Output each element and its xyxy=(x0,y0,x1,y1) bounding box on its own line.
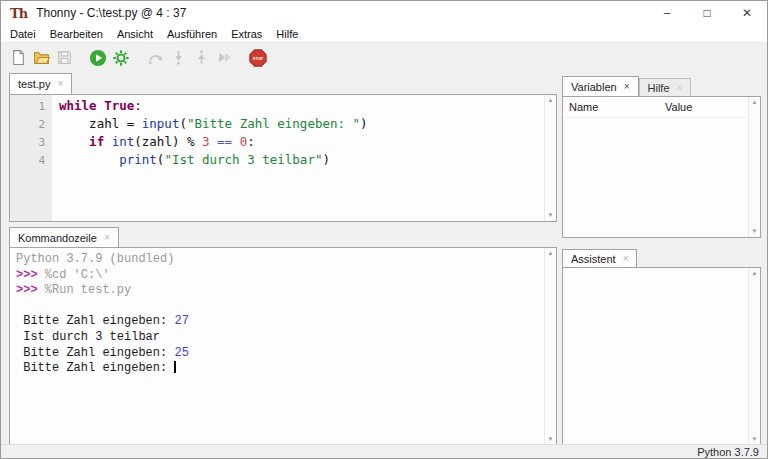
tab-test-py[interactable]: test.py × xyxy=(9,73,72,94)
assistant-tab-label: Assistent xyxy=(571,253,616,265)
assistant-tab-row: Assistent × xyxy=(562,249,637,267)
variables-table-header: Name Value xyxy=(563,97,748,118)
scroll-down-icon[interactable]: ▼ xyxy=(548,436,554,443)
title-bar: Th Thonny - C:\test.py @ 4 : 37 – □ ✕ xyxy=(1,1,767,25)
menu-item-bearbeiten[interactable]: Bearbeiten xyxy=(43,27,110,41)
menu-bar: DateiBearbeitenAnsichtAusführenExtrasHil… xyxy=(1,25,767,42)
tab-kommandozeile[interactable]: Kommandozeile × xyxy=(9,227,119,248)
maximize-icon[interactable]: □ xyxy=(687,1,727,25)
debug-icon[interactable] xyxy=(110,47,132,69)
code-line: if int(zahl) % 3 == 0: xyxy=(59,133,544,151)
scroll-up-icon[interactable]: ▲ xyxy=(548,250,554,257)
line-number: 3 xyxy=(10,134,45,152)
save-file-icon xyxy=(53,47,75,69)
shell-line: Bitte Zahl eingeben: 27 xyxy=(16,314,544,330)
window-controls: – □ ✕ xyxy=(647,1,767,25)
variables-table-body[interactable] xyxy=(563,118,748,237)
variables-scrollbar[interactable]: ▲ ▼ xyxy=(748,97,760,237)
shell-line: >>> %Run test.py xyxy=(16,283,544,299)
variables-tab-row: Variablen × Hilfe × xyxy=(562,76,691,96)
line-number: 2 xyxy=(10,116,45,134)
resume-icon xyxy=(213,47,235,69)
column-value-header[interactable]: Value xyxy=(665,101,748,113)
assistant-panel: ▲ ▼ xyxy=(562,267,761,446)
code-line: while True: xyxy=(59,97,544,115)
editor-scrollbar[interactable]: ▲ ▼ xyxy=(544,95,556,221)
step-into-icon xyxy=(167,47,189,69)
menu-item-ausfhren[interactable]: Ausführen xyxy=(160,27,224,41)
menu-item-ansicht[interactable]: Ansicht xyxy=(110,27,160,41)
shell-line: Python 3.7.9 (bundled) xyxy=(16,252,544,268)
menu-item-hilfe[interactable]: Hilfe xyxy=(269,27,305,41)
tab-close-icon[interactable]: × xyxy=(623,254,629,264)
shell-line: Bitte Zahl eingeben: 25 xyxy=(16,346,544,362)
thonny-window: Th Thonny - C:\test.py @ 4 : 37 – □ ✕ Da… xyxy=(0,0,768,459)
editor-tab-row: test.py × xyxy=(9,73,72,94)
toolbar: STOP xyxy=(1,42,767,72)
line-number: 1 xyxy=(10,98,45,116)
variables-tab-label: Variablen xyxy=(571,81,617,93)
shell-tab-label: Kommandozeile xyxy=(18,232,97,244)
tab-close-icon[interactable]: × xyxy=(104,233,110,243)
variables-panel: Name Value ▲ ▼ xyxy=(562,96,761,238)
scroll-down-icon[interactable]: ▼ xyxy=(752,436,758,443)
shell-line: Ist durch 3 teilbar xyxy=(16,330,544,346)
help-tab-label: Hilfe xyxy=(648,82,670,94)
tab-variablen[interactable]: Variablen × xyxy=(562,76,639,97)
tab-close-icon[interactable]: × xyxy=(57,79,63,89)
stop-icon[interactable]: STOP xyxy=(247,47,269,69)
run-icon[interactable] xyxy=(87,47,109,69)
scroll-up-icon[interactable]: ▲ xyxy=(752,270,758,277)
assistant-body[interactable] xyxy=(563,268,748,445)
code-editor[interactable]: while True: zahl = input("Bitte Zahl ein… xyxy=(52,95,544,221)
scroll-down-icon[interactable]: ▼ xyxy=(548,212,554,219)
line-number: 4 xyxy=(10,152,45,170)
shell-line: >>> %cd 'C:\' xyxy=(16,268,544,284)
close-icon[interactable]: ✕ xyxy=(727,1,767,25)
tab-assistent[interactable]: Assistent × xyxy=(562,249,637,267)
scroll-up-icon[interactable]: ▲ xyxy=(752,99,758,106)
minimize-icon[interactable]: – xyxy=(647,1,687,25)
interpreter-status[interactable]: Python 3.7.9 xyxy=(697,446,759,458)
editor-panel: 1234 while True: zahl = input("Bitte Zah… xyxy=(9,94,557,222)
code-line: print("Ist durch 3 teilbar") xyxy=(59,151,544,169)
svg-text:STOP: STOP xyxy=(253,56,264,60)
shell-panel: Python 3.7.9 (bundled)>>> %cd 'C:\'>>> %… xyxy=(9,247,557,446)
step-out-icon xyxy=(190,47,212,69)
thonny-logo-icon: Th xyxy=(10,6,27,21)
scroll-down-icon[interactable]: ▼ xyxy=(752,228,758,235)
status-bar: Python 3.7.9 xyxy=(1,444,767,458)
shell-line: Bitte Zahl eingeben: xyxy=(16,361,544,377)
scroll-up-icon[interactable]: ▲ xyxy=(548,97,554,104)
tab-close-icon[interactable]: × xyxy=(677,83,683,93)
shell-output[interactable]: Python 3.7.9 (bundled)>>> %cd 'C:\'>>> %… xyxy=(10,248,544,445)
shell-line xyxy=(16,299,544,315)
new-file-icon[interactable] xyxy=(7,47,29,69)
shell-scrollbar[interactable]: ▲ ▼ xyxy=(544,248,556,445)
menu-item-extras[interactable]: Extras xyxy=(224,27,269,41)
editor-tab-label: test.py xyxy=(18,78,50,90)
text-cursor xyxy=(174,361,176,373)
open-file-icon[interactable] xyxy=(30,47,52,69)
menu-item-datei[interactable]: Datei xyxy=(3,27,43,41)
tab-hilfe[interactable]: Hilfe × xyxy=(639,78,692,97)
column-name-header[interactable]: Name xyxy=(569,101,665,113)
line-number-gutter: 1234 xyxy=(10,95,52,221)
assistant-scrollbar[interactable]: ▲ ▼ xyxy=(748,268,760,445)
tab-close-icon[interactable]: × xyxy=(624,82,630,92)
window-title: Thonny - C:\test.py @ 4 : 37 xyxy=(36,6,186,20)
shell-tab-row: Kommandozeile × xyxy=(9,227,119,247)
code-line: zahl = input("Bitte Zahl eingeben: ") xyxy=(59,115,544,133)
step-over-icon xyxy=(144,47,166,69)
